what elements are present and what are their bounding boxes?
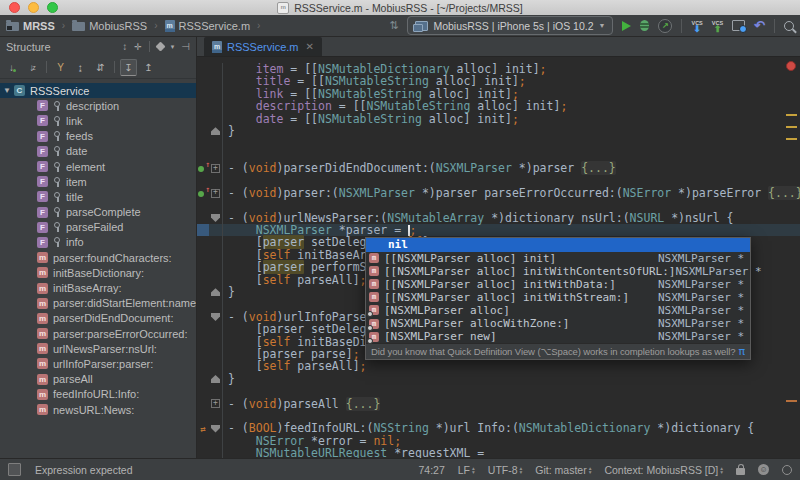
code-line[interactable]: - (void)parserDidEndDocument:(NSXMLParse… [197, 162, 800, 174]
status-bar: Expression expected 74:27 LF UTF-8 Git: … [0, 458, 800, 480]
fold-marker-icon[interactable] [211, 214, 220, 222]
sort-alphabetically-icon[interactable]: ↓z [24, 59, 41, 76]
completion-item[interactable]: [[NSXMLParser alloc] initWithContentsOfU… [366, 265, 750, 278]
warning-stripe-mark[interactable] [786, 126, 797, 128]
expand-panel-icon[interactable]: ↕ [122, 41, 127, 52]
fold-marker-icon[interactable] [211, 164, 220, 173]
completion-item[interactable]: [NSXMLParser allocWithZone:]NSXMLParser … [366, 317, 750, 330]
code-line[interactable]: [self parseAll]; [197, 360, 800, 372]
rollback-button[interactable]: ↶ [754, 20, 765, 32]
completion-item[interactable]: [NSXMLParser new]NSXMLParser * [366, 330, 750, 343]
lock-icon[interactable] [736, 468, 745, 475]
tree-item-method[interactable]: parseAll [0, 372, 196, 387]
expand-all-icon[interactable]: ↨ [72, 59, 89, 76]
tree-item-field[interactable]: parseFailed [0, 220, 196, 235]
line-separator-select[interactable]: LF [458, 464, 475, 476]
autoscroll-from-source-icon[interactable]: ↥ [140, 59, 157, 76]
tree-item-method[interactable]: parserDidEndDocument: [0, 311, 196, 326]
tree-item-field[interactable]: info [0, 235, 196, 250]
completion-item[interactable]: [[NSXMLParser alloc] initWithData:]NSXML… [366, 278, 750, 291]
tree-item-method[interactable]: parser:parseErrorOccurred: [0, 326, 196, 341]
recursive-call-icon[interactable] [200, 422, 205, 435]
sync-columns-icon[interactable]: ⇅ [389, 19, 398, 32]
collapse-all-icon[interactable]: ⇵ [92, 59, 109, 76]
tree-item-method[interactable]: feedInfoURL:Info: [0, 387, 196, 402]
fold-marker-icon[interactable] [211, 288, 220, 296]
fold-marker-icon[interactable] [211, 127, 220, 135]
code-line[interactable]: - (void)parseAll {...} [197, 398, 800, 410]
tree-item-method[interactable]: initBaseDictionary: [0, 265, 196, 280]
caret-stripe-mark[interactable] [786, 400, 797, 402]
fold-marker-icon[interactable] [211, 375, 220, 383]
tree-item-field[interactable]: feeds [0, 129, 196, 144]
tree-item-class[interactable]: ▼RSSService [0, 83, 196, 98]
close-icon[interactable]: ✕ [306, 41, 314, 52]
code-line[interactable] [197, 137, 800, 149]
completion-item-selected[interactable]: nil [366, 238, 750, 252]
tree-item-field[interactable]: element [0, 159, 196, 174]
tree-item-method[interactable]: parser:foundCharacters: [0, 250, 196, 265]
background-tasks-icon[interactable] [782, 465, 792, 475]
updown-icon [589, 466, 592, 474]
debug-button[interactable] [640, 20, 649, 31]
tree-item-field[interactable]: description [0, 98, 196, 113]
tree-item-method[interactable]: parser:didStartElement:namespaceURI: [0, 296, 196, 311]
fold-marker-icon[interactable] [211, 425, 220, 433]
code-line[interactable]: NSMutableURLRequest *requestXML = [197, 447, 800, 458]
sort-by-visibility-icon[interactable]: ↓ [4, 59, 21, 76]
error-indicator-icon[interactable] [786, 61, 796, 71]
git-branch-select[interactable]: Git: master [535, 464, 591, 476]
caret-position[interactable]: 74:27 [419, 464, 445, 476]
run-configuration-select[interactable]: MobiusRSS | iPhone 5s | iOS 10.2 ▼ [407, 16, 613, 35]
toolwindow-switcher-icon[interactable] [8, 463, 21, 476]
tree-item-field[interactable]: title [0, 189, 196, 204]
override-marker-icon[interactable] [198, 188, 208, 198]
fold-marker-icon[interactable] [211, 399, 220, 408]
local-history-button[interactable] [732, 20, 745, 31]
tree-item-method[interactable]: urlInfoParser:parser: [0, 356, 196, 371]
code-line[interactable]: date = [[NSMutableString alloc] init]; [197, 113, 800, 125]
breadcrumb-group[interactable]: MobiusRSS [89, 20, 147, 32]
hector-inspections-icon[interactable] [758, 464, 769, 475]
gear-icon[interactable] [157, 43, 164, 50]
objc-file-icon [212, 41, 222, 53]
profile-button[interactable] [658, 19, 672, 33]
warning-stripe-mark[interactable] [786, 114, 797, 116]
code-line[interactable]: } [197, 125, 800, 137]
chevron-right-icon: › [154, 20, 157, 31]
completion-item[interactable]: [NSXMLParser alloc]NSXMLParser * [366, 304, 750, 317]
code-line[interactable]: } [197, 373, 800, 385]
breadcrumb-project[interactable]: MRSS [23, 20, 55, 32]
vcs-commit-button[interactable]: VCS⬆ [712, 20, 723, 32]
run-configuration-label: MobiusRSS | iPhone 5s | iOS 10.2 [433, 20, 593, 32]
hide-panel-icon[interactable]: ⊣ [181, 41, 190, 52]
run-button[interactable] [622, 21, 631, 31]
breadcrumb-file[interactable]: RSSService.m [179, 20, 251, 32]
encoding-select[interactable]: UTF-8 [488, 464, 523, 476]
autoscroll-to-source-icon[interactable]: ↧ [120, 59, 137, 76]
completion-item[interactable]: [[NSXMLParser alloc] init]NSXMLParser * [366, 252, 750, 265]
override-marker-icon[interactable] [198, 163, 208, 173]
search-everywhere-icon[interactable] [784, 21, 794, 31]
tree-item-field[interactable]: parseComplete [0, 205, 196, 220]
method-icon [369, 253, 379, 263]
completion-item[interactable]: [[NSXMLParser alloc] initWithStream:]NSX… [366, 291, 750, 304]
tab-rssservice[interactable]: RSSService.m ✕ [204, 37, 322, 56]
tree-item-field[interactable]: date [0, 144, 196, 159]
tree-item-method[interactable]: newsURL:News: [0, 402, 196, 417]
tree-item-field[interactable]: link [0, 113, 196, 128]
context-select[interactable]: Context: MobiusRSS [D] [604, 464, 723, 476]
completion-hint: Did you know that Quick Definition View … [371, 346, 736, 357]
collapse-panel-icon[interactable]: ✛ [134, 42, 142, 52]
tree-item-method[interactable]: urlNewsParser:nsUrl: [0, 341, 196, 356]
ide-window: RSSService.m - MobiusRSS - [~/Projects/M… [0, 0, 800, 480]
toolbar-divider [681, 19, 682, 33]
group-methods-icon[interactable]: Y [52, 59, 69, 76]
fold-marker-icon[interactable] [211, 189, 220, 198]
tree-item-field[interactable]: item [0, 174, 196, 189]
tree-item-method[interactable]: initBaseArray: [0, 280, 196, 295]
fold-marker-icon[interactable] [211, 313, 220, 321]
code-line[interactable]: - (void)parser:(NSXMLParser *)parser par… [197, 187, 800, 199]
vcs-update-button[interactable]: VCS⬇ [691, 20, 702, 32]
warning-stripe-mark[interactable] [786, 138, 797, 140]
